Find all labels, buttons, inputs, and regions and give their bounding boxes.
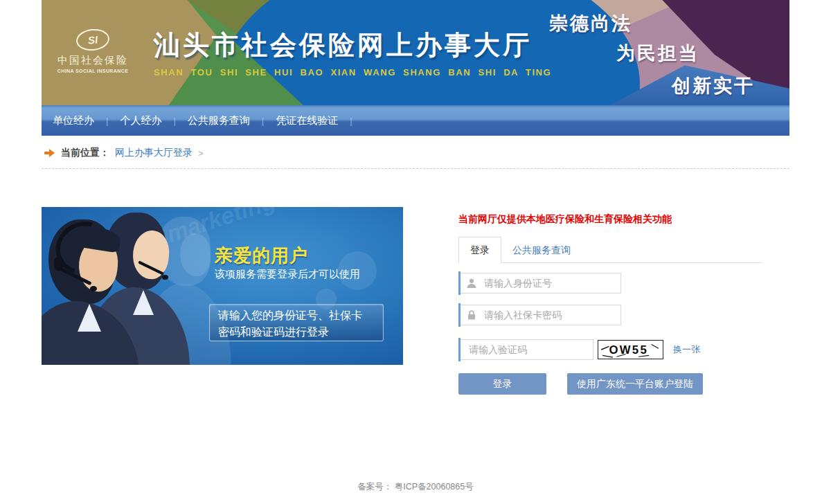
logo-name-cn: 中国社会保险 xyxy=(47,54,138,67)
button-row: 登录 使用广东统一平台账户登陆 xyxy=(458,373,762,395)
promo-note-line1: 请输入您的身份证号、社保卡 xyxy=(218,307,375,324)
page: SI 中国社会保险 CHINA SOCIAL INSURANCE 汕头市社会保险… xyxy=(0,0,831,504)
promo-note-line2: 密码和验证码进行登录 xyxy=(218,324,375,341)
captcha-image[interactable]: OW55 xyxy=(598,340,663,359)
warning-text: 当前网厅仅提供本地医疗保险和生育保险相关功能 xyxy=(458,213,762,226)
main-nav: 单位经办 | 个人经办 | 公共服务查询 | 凭证在线验证 | xyxy=(42,105,789,136)
site-title: 汕头市社会保险网上办事大厅 xyxy=(154,28,551,63)
guangdong-platform-login-button[interactable]: 使用广东统一平台账户登陆 xyxy=(567,373,703,395)
header-banner: SI 中国社会保险 CHINA SOCIAL INSURANCE 汕头市社会保险… xyxy=(42,0,789,105)
captcha-row: OW55 换一张 xyxy=(458,339,762,360)
nav-item-personal[interactable]: 个人经办 xyxy=(120,114,161,127)
nav-divider: | xyxy=(106,116,108,126)
captcha-field-wrapper xyxy=(458,339,593,360)
promo-note-box: 请输入您的身份证号、社保卡 密码和验证码进行登录 xyxy=(209,304,384,341)
nav-divider: | xyxy=(173,116,175,126)
nav-divider: | xyxy=(262,116,264,126)
id-number-input[interactable] xyxy=(458,273,621,294)
login-panel: 当前网厅仅提供本地医疗保险和生育保险相关功能 登录 公共服务查询 xyxy=(458,207,762,395)
slogan-2: 为民担当 xyxy=(616,41,699,66)
captcha-input[interactable] xyxy=(458,339,593,360)
breadcrumb: 当前位置： 网上办事大厅登录 > xyxy=(42,136,789,169)
user-icon xyxy=(466,278,477,289)
field-accent-bar xyxy=(458,303,461,327)
slogan-3: 创新实干 xyxy=(672,73,755,98)
footer-record-number: 备案号： 粤ICP备20060865号 xyxy=(42,481,789,493)
promo-subtitle: 该项服务需要登录后才可以使用 xyxy=(215,268,360,281)
password-input[interactable] xyxy=(458,305,621,325)
si-logo-icon: SI xyxy=(75,28,111,53)
orange-arrow-icon xyxy=(44,149,55,157)
captcha-code-text: OW55 xyxy=(609,343,648,357)
promo-image: marketing xyxy=(42,207,403,365)
tab-public-query[interactable]: 公共服务查询 xyxy=(512,237,571,263)
slogan-1: 崇德尚法 xyxy=(549,11,632,36)
nav-item-public-query[interactable]: 公共服务查询 xyxy=(188,114,250,127)
main-content: marketing xyxy=(42,207,789,395)
site-title-pinyin: SHAN TOU SHI SHE HUI BAO XIAN WANG SHANG… xyxy=(154,67,551,78)
breadcrumb-current-link[interactable]: 网上办事大厅登录 xyxy=(115,147,193,159)
captcha-refresh-link[interactable]: 换一张 xyxy=(673,343,700,356)
breadcrumb-chevron: > xyxy=(198,148,204,159)
login-button[interactable]: 登录 xyxy=(458,373,546,395)
lock-icon xyxy=(466,309,477,321)
logo-name-en: CHINA SOCIAL INSURANCE xyxy=(47,69,138,73)
promo-title: 亲爱的用户 xyxy=(215,244,308,268)
field-accent-bar xyxy=(458,271,461,295)
field-accent-bar xyxy=(458,338,461,361)
breadcrumb-label: 当前位置： xyxy=(61,147,109,159)
nav-divider: | xyxy=(350,116,352,126)
tab-login[interactable]: 登录 xyxy=(458,237,501,263)
tab-bar: 登录 公共服务查询 xyxy=(458,237,762,263)
password-field-wrapper xyxy=(458,305,621,325)
nav-item-unit[interactable]: 单位经办 xyxy=(53,114,94,127)
id-field-wrapper xyxy=(458,273,621,294)
china-social-insurance-logo: SI 中国社会保险 CHINA SOCIAL INSURANCE xyxy=(47,0,138,105)
nav-item-cert-verify[interactable]: 凭证在线验证 xyxy=(276,114,338,127)
site-title-block: 汕头市社会保险网上办事大厅 SHAN TOU SHI SHE HUI BAO X… xyxy=(154,28,551,78)
